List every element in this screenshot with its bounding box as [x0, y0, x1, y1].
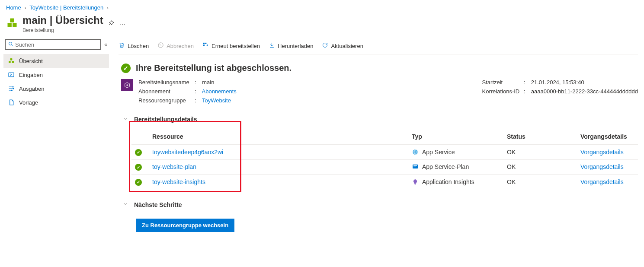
search-input[interactable]	[15, 41, 98, 48]
table-row: ✓ toy-website-insights Application Insig…	[131, 175, 638, 189]
resource-link[interactable]: toy-website-insights	[152, 178, 205, 185]
svg-rect-22	[415, 184, 416, 184]
row-status: OK	[503, 159, 577, 175]
breadcrumb-deployments[interactable]: ToyWebsite | Bereitstellungen	[29, 4, 103, 11]
table-header-opdetails: Vorgangsdetails	[577, 129, 638, 145]
sidebar-item-inputs[interactable]: Eingaben	[3, 68, 109, 82]
svg-rect-5	[9, 61, 11, 63]
toolbar: Löschen Abbrechen Erneut bereitstellen H…	[119, 38, 638, 54]
meta-label-starttime: Startzeit	[482, 79, 524, 86]
svg-line-4	[12, 44, 13, 46]
svg-rect-19	[413, 165, 418, 168]
meta-value-correlation: aaaa0000-bb11-2222-33cc-444444dddddd	[528, 88, 638, 95]
tool-label: Abbrechen	[167, 43, 194, 49]
resource-type-icon	[412, 149, 419, 156]
resource-type: App Service	[422, 149, 455, 156]
resource-link[interactable]: toywebsitedeep4g6aox2wi	[152, 149, 223, 156]
svg-rect-20	[413, 165, 417, 166]
table-row: ✓ toywebsitedeep4g6aox2wi App Service OK…	[131, 145, 638, 160]
sidebar-item-label: Vorlage	[19, 99, 38, 106]
breadcrumb-home[interactable]: Home	[6, 4, 21, 11]
row-success-icon: ✓	[135, 179, 142, 186]
sidebar: « Übersicht Eingaben Ausgaben Vorlage	[0, 38, 112, 241]
refresh-icon	[322, 42, 328, 50]
svg-rect-21	[413, 167, 416, 167]
svg-point-3	[9, 42, 12, 45]
row-status: OK	[503, 175, 577, 189]
redeploy-icon	[202, 42, 209, 50]
tool-label: Aktualisieren	[331, 43, 363, 49]
collapse-sidebar-icon[interactable]: «	[104, 41, 107, 48]
deployment-details-table: Ressource Typ Status Vorgangsdetails ✓ t…	[131, 129, 638, 189]
svg-rect-7	[10, 58, 13, 60]
operation-details-link[interactable]: Vorgangsdetails	[580, 163, 624, 170]
status-headline: Ihre Bereitstellung ist abgeschlossen.	[136, 63, 292, 73]
inputs-icon	[8, 71, 15, 78]
tool-label: Löschen	[128, 43, 149, 49]
rg-link[interactable]: ToyWebsite	[202, 97, 231, 104]
meta-value-deployment-name: main	[199, 79, 214, 86]
cancel-button: Abbrechen	[157, 42, 194, 50]
svg-point-10	[13, 88, 14, 89]
trash-icon	[119, 42, 125, 50]
svg-rect-14	[205, 43, 206, 44]
status-banner: ✓ Ihre Bereitstellung ist abgeschlossen.	[121, 63, 638, 73]
svg-rect-6	[12, 61, 14, 63]
page-header: main | Übersicht Bereitstellung ⋯	[0, 13, 644, 38]
chevron-right-icon: ›	[25, 5, 26, 10]
svg-rect-15	[203, 44, 205, 46]
section-toggle-next[interactable]: Nächste Schritte	[123, 201, 638, 208]
row-success-icon: ✓	[135, 164, 142, 171]
main-content: Löschen Abbrechen Erneut bereitstellen H…	[112, 38, 644, 241]
pin-icon[interactable]	[108, 20, 115, 28]
resource-type-icon	[412, 178, 419, 185]
delete-button[interactable]: Löschen	[119, 42, 149, 50]
svg-point-16	[126, 84, 128, 86]
table-header-type: Typ	[408, 129, 503, 145]
more-icon[interactable]: ⋯	[120, 21, 125, 27]
section-title-details: Bereitstellungsdetails	[134, 116, 197, 123]
table-header-status: Status	[503, 129, 577, 145]
go-to-rg-button[interactable]: Zu Ressourcengruppe wechseln	[136, 219, 234, 232]
subscription-link[interactable]: Abonnements	[202, 88, 237, 95]
operation-details-link[interactable]: Vorgangsdetails	[580, 178, 624, 185]
svg-point-9	[13, 86, 13, 87]
table-header-blank	[131, 129, 149, 145]
svg-rect-2	[10, 19, 14, 22]
section-toggle-details[interactable]: Bereitstellungsdetails	[123, 116, 638, 123]
operation-details-link[interactable]: Vorgangsdetails	[580, 149, 624, 156]
breadcrumb: Home › ToyWebsite | Bereitstellungen ›	[0, 0, 644, 13]
chevron-right-icon: ›	[107, 5, 109, 10]
overview-icon	[8, 57, 15, 64]
outputs-icon	[8, 85, 15, 92]
chevron-down-icon	[123, 201, 128, 208]
svg-point-17	[413, 149, 418, 155]
success-icon: ✓	[121, 64, 131, 73]
resource-type: App Service-Plan	[422, 163, 469, 170]
template-icon	[8, 99, 15, 106]
resource-type: Application Insights	[422, 178, 474, 185]
resource-link[interactable]: toy-website-plan	[152, 163, 196, 170]
meta-label-subscription: Abonnement	[138, 88, 195, 95]
sidebar-item-template[interactable]: Vorlage	[3, 95, 109, 109]
download-icon	[269, 42, 275, 50]
svg-rect-13	[203, 43, 205, 44]
meta-value-starttime: 21.01.2024, 15:53:40	[528, 79, 584, 86]
svg-rect-1	[13, 23, 16, 27]
table-header-resource: Ressource	[149, 129, 408, 145]
table-row: ✓ toy-website-plan App Service-Plan OK V…	[131, 159, 638, 175]
search-input-wrapper[interactable]	[5, 39, 101, 50]
row-status: OK	[503, 145, 577, 160]
deployment-badge-icon	[121, 79, 133, 91]
sidebar-item-overview[interactable]: Übersicht	[3, 54, 109, 68]
sidebar-item-label: Ausgaben	[19, 86, 45, 92]
download-button[interactable]: Herunterladen	[269, 42, 313, 50]
section-title-next: Nächste Schritte	[134, 201, 182, 208]
page-title: main | Übersicht	[22, 14, 103, 26]
refresh-button[interactable]: Aktualisieren	[322, 42, 363, 50]
redeploy-button[interactable]: Erneut bereitstellen	[202, 42, 260, 50]
resource-type-icon	[412, 163, 419, 170]
sidebar-item-outputs[interactable]: Ausgaben	[3, 82, 109, 95]
deployment-icon	[6, 17, 18, 29]
tool-label: Erneut bereitstellen	[211, 43, 260, 49]
